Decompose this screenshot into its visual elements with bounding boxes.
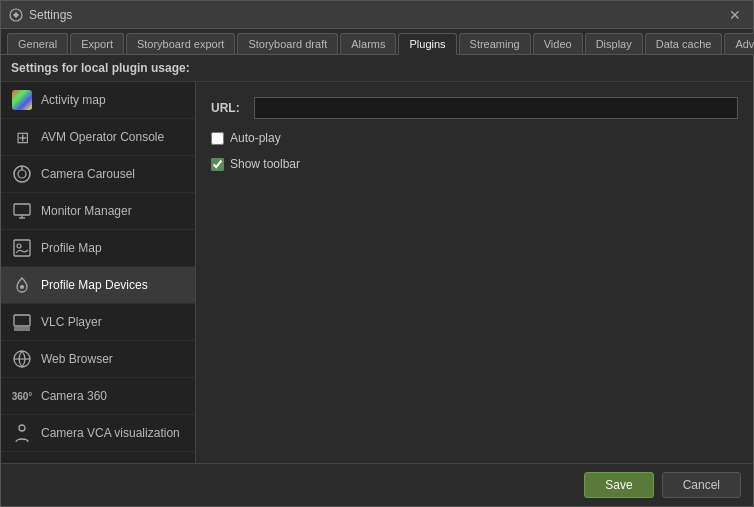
svg-point-9 (20, 285, 24, 289)
sidebar-label-profile-map-devices: Profile Map Devices (41, 278, 148, 292)
plugin-sidebar: Activity map ⊞ AVM Operator Console Cam (1, 82, 196, 463)
tab-display[interactable]: Display (585, 33, 643, 54)
avm-operator-icon: ⊞ (11, 126, 33, 148)
sidebar-label-camera-carousel: Camera Carousel (41, 167, 135, 181)
plugin-panel: URL: Auto-play Show toolbar (196, 82, 753, 463)
sidebar-label-profile-map: Profile Map (41, 241, 102, 255)
main-content: Activity map ⊞ AVM Operator Console Cam (1, 82, 753, 463)
camera-carousel-icon (11, 163, 33, 185)
sidebar-label-monitor-manager: Monitor Manager (41, 204, 132, 218)
camera-360-icon: 360° (11, 385, 33, 407)
sidebar-label-camera-360: Camera 360 (41, 389, 107, 403)
sidebar-item-camera-vca[interactable]: Camera VCA visualization (1, 415, 195, 452)
title-bar: Settings ✕ (1, 1, 753, 29)
settings-window: Settings ✕ General Export Storyboard exp… (0, 0, 754, 507)
monitor-manager-icon (11, 200, 33, 222)
tab-plugins[interactable]: Plugins (398, 33, 456, 55)
tab-storyboard-export[interactable]: Storyboard export (126, 33, 235, 54)
cancel-button[interactable]: Cancel (662, 472, 741, 498)
autoplay-label: Auto-play (230, 131, 281, 145)
toolbar-checkbox[interactable] (211, 158, 224, 171)
bottom-bar: Save Cancel (1, 463, 753, 506)
tab-export[interactable]: Export (70, 33, 124, 54)
sidebar-item-profile-map-devices[interactable]: Profile Map Devices (1, 267, 195, 304)
svg-rect-10 (14, 315, 30, 326)
tab-storyboard-draft[interactable]: Storyboard draft (237, 33, 338, 54)
activity-map-icon (11, 89, 33, 111)
close-button[interactable]: ✕ (725, 7, 745, 23)
tab-general[interactable]: General (7, 33, 68, 54)
profile-map-devices-icon (11, 274, 33, 296)
window-title: Settings (29, 8, 72, 22)
svg-rect-4 (14, 204, 30, 215)
sidebar-item-activity-map[interactable]: Activity map (1, 82, 195, 119)
url-label: URL: (211, 101, 246, 115)
url-input[interactable] (254, 97, 738, 119)
toolbar-label: Show toolbar (230, 157, 300, 171)
svg-point-15 (19, 425, 25, 431)
title-bar-left: Settings (9, 8, 72, 22)
app-icon (9, 8, 23, 22)
sidebar-item-vlc-player[interactable]: VLC Player (1, 304, 195, 341)
vlc-player-icon (11, 311, 33, 333)
sidebar-label-activity-map: Activity map (41, 93, 106, 107)
tab-alarms[interactable]: Alarms (340, 33, 396, 54)
tab-data-cache[interactable]: Data cache (645, 33, 723, 54)
sidebar-label-vlc-player: VLC Player (41, 315, 102, 329)
web-browser-icon (11, 348, 33, 370)
sidebar-label-avm-operator: AVM Operator Console (41, 130, 164, 144)
sidebar-item-camera-carousel[interactable]: Camera Carousel (1, 156, 195, 193)
toolbar-row: Show toolbar (211, 157, 738, 171)
sidebar-item-avm-operator[interactable]: ⊞ AVM Operator Console (1, 119, 195, 156)
sidebar-item-camera-360[interactable]: 360° Camera 360 (1, 378, 195, 415)
save-button[interactable]: Save (584, 472, 653, 498)
svg-point-8 (17, 244, 21, 248)
sidebar-label-camera-vca: Camera VCA visualization (41, 426, 180, 440)
sidebar-item-profile-map[interactable]: Profile Map (1, 230, 195, 267)
sidebar-item-web-browser[interactable]: Web Browser (1, 341, 195, 378)
svg-point-2 (18, 170, 26, 178)
profile-map-icon (11, 237, 33, 259)
sidebar-label-web-browser: Web Browser (41, 352, 113, 366)
svg-rect-7 (14, 240, 30, 256)
content-area: Settings for local plugin usage: Activit… (1, 55, 753, 463)
tab-bar: General Export Storyboard export Storybo… (1, 29, 753, 55)
autoplay-checkbox[interactable] (211, 132, 224, 145)
tab-streaming[interactable]: Streaming (459, 33, 531, 54)
tab-advanced[interactable]: Advanced (724, 33, 754, 54)
autoplay-row: Auto-play (211, 131, 738, 145)
settings-section-label: Settings for local plugin usage: (1, 55, 753, 82)
url-row: URL: (211, 97, 738, 119)
camera-vca-icon (11, 422, 33, 444)
tab-video[interactable]: Video (533, 33, 583, 54)
sidebar-item-monitor-manager[interactable]: Monitor Manager (1, 193, 195, 230)
